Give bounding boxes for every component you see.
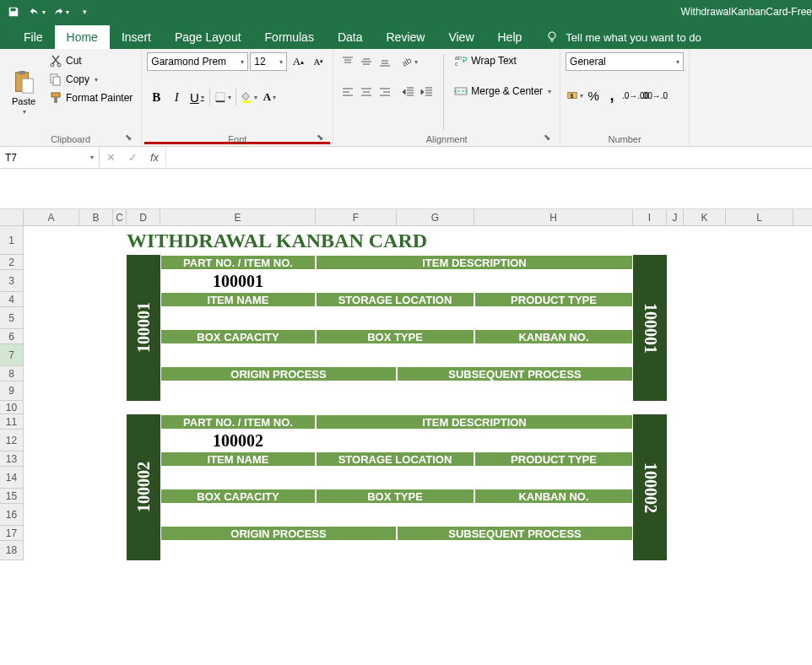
font-launcher[interactable]: ⬊ [314, 132, 326, 144]
underline-button[interactable]: U▾ [187, 88, 206, 106]
card2-box-type[interactable] [316, 504, 474, 526]
card2-kanban-no[interactable] [474, 504, 633, 526]
card1-item-desc[interactable] [316, 270, 633, 292]
save-button[interactable] [3, 2, 24, 22]
decrease-indent-button[interactable] [399, 83, 418, 101]
row-header-6[interactable]: 6 [0, 329, 23, 344]
row-header-7[interactable]: 7 [0, 344, 23, 366]
row-header-4[interactable]: 4 [0, 292, 23, 307]
row-header-18[interactable]: 18 [0, 541, 23, 560]
tab-file[interactable]: File [12, 25, 55, 49]
row-header-10[interactable]: 10 [0, 401, 23, 414]
card2-storage[interactable] [316, 467, 474, 489]
card2-box-cap[interactable] [160, 504, 316, 526]
card1-origin[interactable] [160, 381, 397, 401]
borders-button[interactable]: ▾ [214, 88, 232, 106]
row-header-5[interactable]: 5 [0, 307, 23, 329]
cell-grid[interactable]: WITHDRAWAL KANBAN CARD 100001 PART NO. /… [24, 226, 812, 560]
card2-item-name[interactable] [160, 467, 316, 489]
align-left-button[interactable] [338, 83, 357, 101]
name-box[interactable]: T7▾ [0, 147, 100, 168]
paste-button[interactable]: Paste ▾ [5, 52, 42, 132]
tell-me-search[interactable]: Tell me what you want to do [533, 25, 712, 49]
tab-page-layout[interactable]: Page Layout [163, 25, 253, 49]
card1-part-no[interactable]: 100001 [160, 270, 316, 292]
tab-view[interactable]: View [436, 25, 485, 49]
card1-product-type[interactable] [474, 307, 633, 329]
number-format-combo[interactable]: General▾ [566, 52, 684, 71]
align-middle-button[interactable] [357, 52, 376, 71]
col-header-I[interactable]: I [633, 209, 667, 225]
row-header-9[interactable]: 9 [0, 381, 23, 401]
card2-item-desc[interactable] [316, 430, 633, 451]
card2-subsequent[interactable] [397, 541, 633, 560]
row-header-17[interactable]: 17 [0, 526, 23, 541]
col-header-G[interactable]: G [397, 209, 474, 225]
redo-button[interactable]: ▾ [51, 2, 71, 22]
row-header-1[interactable]: 1 [0, 226, 23, 255]
row-header-16[interactable]: 16 [0, 504, 23, 526]
row-header-12[interactable]: 12 [0, 430, 23, 451]
bold-button[interactable]: B [147, 88, 165, 106]
col-header-D[interactable]: D [127, 209, 160, 225]
comma-button[interactable]: , [603, 86, 621, 105]
alignment-launcher[interactable]: ⬊ [541, 132, 553, 144]
insert-function-button[interactable]: fx [143, 151, 165, 164]
select-all-corner[interactable] [0, 209, 24, 225]
row-header-11[interactable]: 11 [0, 414, 23, 430]
row-header-13[interactable]: 13 [0, 451, 23, 467]
col-header-H[interactable]: H [474, 209, 633, 225]
card1-subsequent[interactable] [397, 381, 633, 401]
row-header-8[interactable]: 8 [0, 366, 23, 381]
copy-button[interactable]: Copy▾ [46, 71, 136, 88]
tab-help[interactable]: Help [486, 25, 534, 49]
tab-formulas[interactable]: Formulas [253, 25, 326, 49]
col-header-F[interactable]: F [316, 209, 397, 225]
format-painter-button[interactable]: Format Painter [46, 89, 136, 106]
card1-item-name[interactable] [160, 307, 316, 329]
align-bottom-button[interactable] [376, 52, 394, 71]
orientation-button[interactable]: ab▾ [399, 52, 418, 71]
clipboard-launcher[interactable]: ⬊ [122, 132, 134, 144]
col-header-K[interactable]: K [684, 209, 726, 225]
increase-font-button[interactable]: A▴ [289, 52, 307, 71]
card1-box-type[interactable] [316, 344, 474, 366]
font-size-combo[interactable]: 12▾ [250, 52, 287, 71]
accounting-format-button[interactable]: $▾ [566, 86, 584, 105]
font-name-combo[interactable]: Garamond Prem▾ [147, 52, 248, 71]
formula-input[interactable] [166, 147, 812, 168]
tab-insert[interactable]: Insert [110, 25, 163, 49]
decrease-decimal-button[interactable]: .00→.0 [645, 86, 663, 105]
row-header-14[interactable]: 14 [0, 467, 23, 489]
card1-storage[interactable] [316, 307, 474, 329]
row-header-15[interactable]: 15 [0, 489, 23, 504]
card2-origin[interactable] [160, 541, 397, 560]
tab-review[interactable]: Review [375, 25, 437, 49]
tab-home[interactable]: Home [55, 25, 110, 49]
percent-button[interactable]: % [584, 86, 603, 105]
italic-button[interactable]: I [167, 88, 186, 106]
align-right-button[interactable] [376, 83, 394, 101]
col-header-J[interactable]: J [667, 209, 684, 225]
align-top-button[interactable] [338, 52, 357, 71]
merge-center-button[interactable]: Merge & Center▾ [451, 83, 555, 100]
align-center-button[interactable] [357, 83, 376, 101]
card1-box-cap[interactable] [160, 344, 316, 366]
col-header-B[interactable]: B [79, 209, 113, 225]
cancel-formula-button[interactable]: ✕ [100, 151, 122, 164]
card2-part-no[interactable]: 100002 [160, 430, 316, 451]
cut-button[interactable]: Cut [46, 52, 136, 69]
row-header-3[interactable]: 3 [0, 270, 23, 292]
enter-formula-button[interactable]: ✓ [122, 151, 143, 164]
decrease-font-button[interactable]: A▾ [309, 52, 328, 71]
card1-kanban-no[interactable] [474, 344, 633, 366]
wrap-text-button[interactable]: abcWrap Text [451, 52, 555, 69]
card2-product-type[interactable] [474, 467, 633, 489]
fill-color-button[interactable]: ▾ [240, 88, 258, 106]
col-header-A[interactable]: A [24, 209, 79, 225]
row-header-2[interactable]: 2 [0, 255, 23, 270]
undo-button[interactable]: ▾ [27, 2, 47, 22]
font-color-button[interactable]: A▾ [260, 88, 279, 106]
col-header-C[interactable]: C [113, 209, 127, 225]
increase-indent-button[interactable] [418, 83, 436, 101]
